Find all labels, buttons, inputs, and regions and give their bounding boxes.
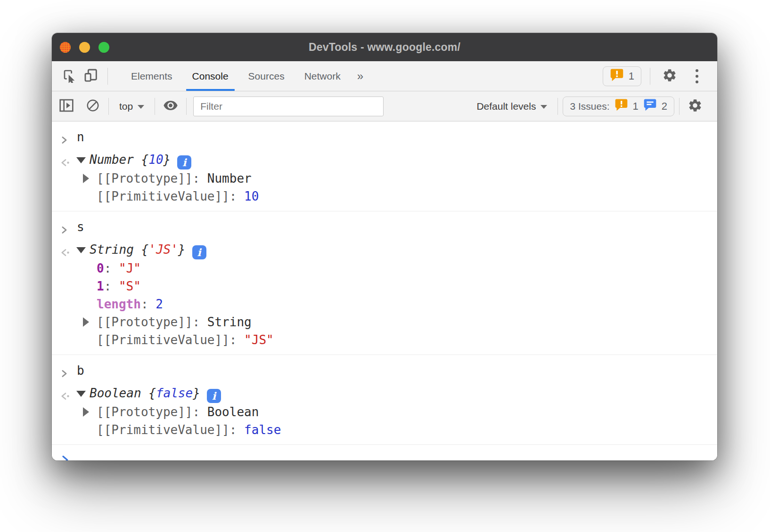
- divider: [186, 98, 187, 115]
- tab-console[interactable]: Console: [182, 61, 238, 91]
- inspect-element-button[interactable]: [58, 65, 80, 87]
- create-live-expression-button[interactable]: [160, 96, 181, 117]
- console-token: "J": [119, 261, 141, 275]
- console-token: false: [244, 423, 281, 437]
- info-icon[interactable]: i: [192, 245, 206, 259]
- console-token: s: [77, 220, 84, 234]
- divider: [557, 98, 558, 115]
- maximize-window-button[interactable]: [98, 42, 109, 53]
- panel-tabs: Elements Console Sources Network »: [121, 61, 370, 91]
- settings-button[interactable]: [659, 65, 680, 87]
- tab-network[interactable]: Network: [295, 61, 351, 91]
- console-token: {: [141, 242, 149, 257]
- log-levels-label: Default levels: [476, 101, 536, 112]
- console-token: :: [229, 333, 244, 347]
- chevron-down-icon: [541, 105, 547, 109]
- console-sidebar-toggle-button[interactable]: [56, 96, 77, 117]
- issue-warning-icon: [610, 68, 624, 84]
- result-arrow-icon: [60, 387, 71, 405]
- object-preview-row: String {'JS'}i: [52, 241, 717, 259]
- disclosure-triangle-down-icon[interactable]: [76, 391, 86, 397]
- disclosure-triangle-down-icon[interactable]: [76, 157, 86, 163]
- object-preview-row: Boolean {false}i: [52, 384, 717, 403]
- close-window-button[interactable]: [60, 42, 71, 53]
- console-token: [[Prototype]]: [97, 171, 193, 185]
- filter-input[interactable]: [193, 97, 384, 116]
- console-token: :: [193, 171, 207, 185]
- disclosure-triangle-right-icon[interactable]: [83, 407, 89, 417]
- object-property-row: [[Prototype]]: String: [52, 313, 717, 331]
- console-command-entry: s: [52, 211, 717, 238]
- divider: [107, 68, 108, 85]
- tab-elements[interactable]: Elements: [121, 61, 182, 91]
- object-property-row: [[Prototype]]: Number: [52, 169, 717, 187]
- console-token: Boolean: [207, 405, 259, 419]
- console-token: [[PrimitiveValue]]: [97, 189, 229, 203]
- console-token: :: [141, 297, 156, 311]
- console-command-row: b: [52, 362, 717, 379]
- console-token: }: [193, 386, 200, 400]
- more-tabs-button[interactable]: »: [351, 61, 370, 91]
- devtools-tab-bar: Elements Console Sources Network » 1: [52, 61, 717, 91]
- console-token: Number: [90, 153, 141, 167]
- sidebar-panel-icon: [59, 98, 74, 114]
- device-toolbar-button[interactable]: [80, 65, 102, 87]
- disclosure-triangle-right-icon[interactable]: [83, 174, 89, 183]
- info-icon[interactable]: i: [177, 155, 191, 169]
- console-command-row: s: [52, 218, 717, 236]
- block-icon: [86, 98, 100, 114]
- console-token: [[PrimitiveValue]]: [97, 333, 229, 347]
- console-token: "S": [119, 279, 141, 293]
- clear-console-button[interactable]: [82, 96, 104, 117]
- inspect-cursor-icon: [62, 68, 77, 85]
- console-token: 10: [244, 189, 259, 203]
- console-token: :: [193, 405, 207, 419]
- issues-count: 1: [629, 70, 634, 82]
- minimize-window-button[interactable]: [79, 42, 90, 53]
- object-property-row: 0: "J": [52, 259, 717, 277]
- issues-counter-button[interactable]: 1: [603, 66, 641, 86]
- disclosure-triangle-right-icon[interactable]: [83, 317, 89, 327]
- result-arrow-icon: [60, 243, 71, 261]
- context-label: top: [119, 101, 133, 112]
- console-command-row: n: [52, 128, 717, 146]
- issue-warning-icon: [614, 98, 628, 114]
- console-result-entry: String {'JS'}i0: "J"1: "S"length: 2[[Pro…: [52, 238, 717, 355]
- console-token: String: [90, 242, 141, 257]
- input-chevron-icon: [60, 221, 68, 239]
- log-levels-selector[interactable]: Default levels: [471, 101, 553, 112]
- console-token: :: [229, 189, 244, 203]
- tab-sources[interactable]: Sources: [238, 61, 295, 91]
- info-icon[interactable]: i: [207, 389, 221, 403]
- disclosure-triangle-down-icon[interactable]: [76, 247, 86, 253]
- devtools-window: DevTools - www.google.com/ Element: [52, 33, 717, 460]
- prompt-chevron-icon: [61, 451, 70, 460]
- object-preview-row: Number {10}i: [52, 151, 717, 169]
- issues-summary-button[interactable]: 3 Issues: 1 2: [563, 97, 674, 116]
- console-token: 'JS': [148, 242, 178, 257]
- gear-icon: [662, 68, 677, 85]
- object-property-row: 1: "S": [52, 277, 717, 295]
- console-token: 1: [97, 279, 104, 293]
- divider: [108, 98, 109, 115]
- object-property-row: [[Prototype]]: Boolean: [52, 403, 717, 421]
- console-settings-button[interactable]: [684, 96, 706, 117]
- info-issues-count: 2: [662, 100, 667, 113]
- eye-icon: [163, 98, 178, 115]
- divider: [155, 98, 155, 115]
- console-toolbar: top Default levels 3 Issues:: [52, 91, 717, 121]
- console-token: b: [77, 363, 84, 378]
- issue-message-icon: [643, 98, 657, 114]
- javascript-context-selector[interactable]: top: [114, 101, 150, 112]
- console-token: Number: [207, 171, 252, 185]
- customize-devtools-button[interactable]: [689, 65, 705, 87]
- console-token: :: [104, 261, 119, 275]
- input-chevron-icon: [60, 364, 68, 382]
- console-prompt[interactable]: [52, 445, 717, 460]
- console-result-entry: Boolean {false}i[[Prototype]]: Boolean[[…: [52, 381, 717, 445]
- device-toolbar-icon: [83, 67, 99, 85]
- console-command-entry: n: [52, 121, 717, 148]
- console-token: }: [178, 242, 186, 257]
- result-arrow-icon: [60, 153, 71, 171]
- console-token: 0: [97, 261, 104, 275]
